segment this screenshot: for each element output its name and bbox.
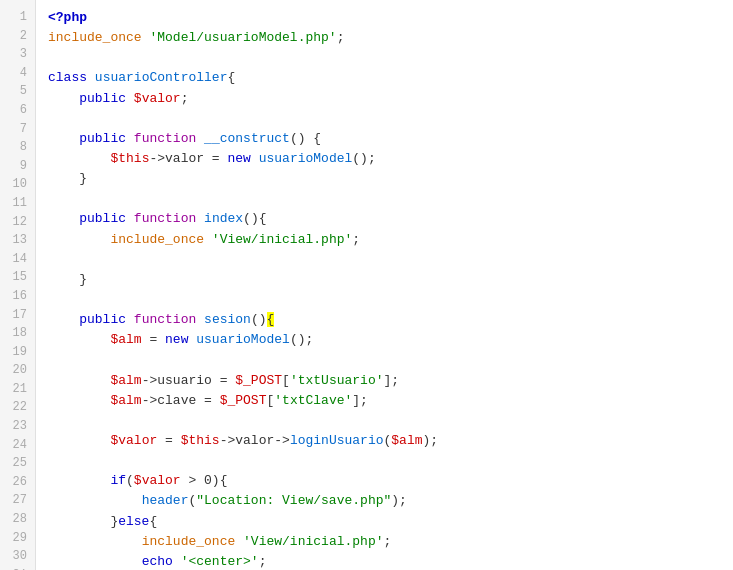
line-numbers: 1 2 3 4 5 6 7 8 9 10 11 12 13 14 15 16 1… bbox=[0, 0, 36, 570]
code-editor: 1 2 3 4 5 6 7 8 9 10 11 12 13 14 15 16 1… bbox=[0, 0, 733, 570]
code-area: 1 2 3 4 5 6 7 8 9 10 11 12 13 14 15 16 1… bbox=[0, 0, 733, 570]
code-content[interactable]: <?php include_once 'Model/usuarioModel.p… bbox=[36, 0, 733, 570]
